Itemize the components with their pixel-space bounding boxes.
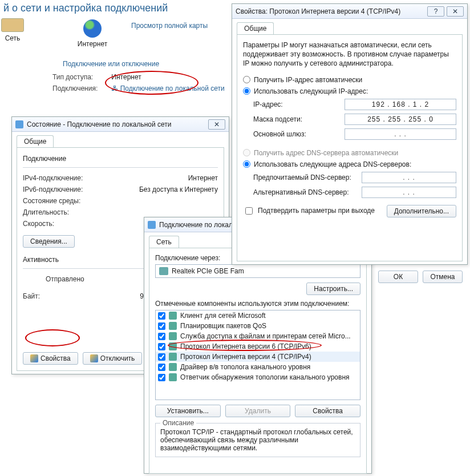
radio-auto-dns-label: Получить адрес DNS-сервера автоматически [254, 149, 398, 157]
component-checkbox[interactable] [158, 364, 165, 371]
component-properties-button[interactable]: Свойства [295, 405, 360, 417]
preferred-dns-label: Предпочитаемый DNS-сервер: [253, 174, 362, 181]
radio-manual-ip-label: Использовать следующий IP-адрес: [254, 87, 368, 95]
network-adapter-icon [148, 221, 156, 229]
ok-button[interactable]: ОК [378, 271, 418, 283]
subnet-mask-label: Маска подсети: [253, 115, 345, 123]
alt-dns-input[interactable]: . . . [362, 187, 456, 198]
preferred-dns-input[interactable]: . . . [362, 172, 456, 183]
component-checkbox[interactable] [158, 343, 165, 350]
radio-manual-ip[interactable] [243, 87, 250, 95]
page-title: й о сети и настройка подключений [3, 2, 168, 14]
gateway-label: Основной шлюз: [253, 130, 345, 138]
list-item: Клиент для сетей Microsoft [156, 310, 360, 321]
component-icon [169, 373, 177, 381]
alt-dns-label: Альтернативный DNS-сервер: [253, 188, 362, 196]
ipv6-value: Без доступа к Интернету [139, 185, 218, 193]
component-icon [169, 322, 177, 330]
uninstall-button: Удалить [225, 405, 291, 417]
ipv4-window-title: Свойства: Протокол Интернета версии 4 (T… [236, 7, 425, 15]
radio-manual-dns[interactable] [243, 160, 250, 168]
radio-manual-dns-label: Использовать следующие адреса DNS-сервер… [254, 160, 411, 168]
cancel-button[interactable]: Отмена [423, 271, 463, 283]
connect-disconnect-link[interactable]: Подключение или отключение [63, 60, 159, 68]
list-item-ipv4: Протокол Интернета версии 4 (TCP/IPv4) [156, 352, 360, 362]
list-item: Драйвер в/в тополога канального уровня [156, 362, 360, 372]
list-item: Протокол Интернета версии 6 (TCP/IPv6) [156, 341, 360, 352]
install-button[interactable]: Установить... [155, 405, 221, 417]
internet-icon [83, 19, 102, 38]
shield-icon [90, 354, 98, 362]
tab-network[interactable]: Сеть [149, 236, 179, 248]
speed-label: Скорость: [23, 220, 54, 228]
component-icon [169, 332, 177, 340]
shield-icon [30, 354, 38, 362]
list-item: Ответчик обнаружения топологии канальног… [156, 372, 360, 382]
radio-auto-ip[interactable] [243, 76, 250, 83]
ipv4-label: IPv4-подключение: [23, 174, 83, 182]
connections-label: Подключения: [52, 84, 110, 92]
tab-general[interactable]: Общие [237, 22, 274, 34]
component-checkbox[interactable] [158, 312, 165, 320]
nic-icon [159, 267, 168, 275]
media-state-label: Состояние среды: [23, 197, 80, 205]
radio-auto-ip-label: Получить IP-адрес автоматически [254, 76, 362, 84]
component-icon [169, 353, 177, 361]
ip-address-input[interactable]: 192 . 168 . 1 . 2 [345, 99, 456, 110]
component-icon [169, 363, 177, 371]
view-full-map-link[interactable]: Просмотр полной карты [131, 22, 208, 30]
gateway-input[interactable]: . . . [345, 128, 456, 140]
internet-label: Интернет [74, 40, 111, 48]
component-icon [169, 312, 177, 320]
access-type-value: Интернет [111, 73, 141, 81]
description-text: Протокол TCP/IP - стандартный протокол г… [160, 428, 355, 452]
duration-label: Длительность: [23, 208, 69, 216]
network-map-label: Сеть [0, 34, 25, 42]
ipv6-label: IPv6-подключение: [23, 185, 83, 193]
connection-group-label: Подключение [23, 155, 218, 163]
components-label: Отмеченные компоненты используются этим … [155, 300, 360, 308]
disable-button[interactable]: Отключить [83, 352, 143, 365]
components-list[interactable]: Клиент для сетей Microsoft Планировщик п… [155, 310, 360, 400]
sent-label: Отправлено [23, 275, 84, 285]
description-legend: Описание [160, 419, 196, 427]
bytes-label: Байт: [23, 292, 40, 300]
subnet-mask-input[interactable]: 255 . 255 . 255 . 0 [345, 114, 456, 125]
close-button[interactable]: ✕ [447, 6, 464, 17]
lan-connection-link[interactable]: Подключение по локальной сети [120, 84, 225, 92]
radio-auto-dns [243, 149, 250, 156]
status-window-title: Состояние - Подключение по локальной сет… [27, 120, 206, 128]
help-button[interactable]: ? [427, 6, 444, 17]
properties-button[interactable]: Свойства [23, 352, 78, 365]
list-item: Планировщик пакетов QoS [156, 321, 360, 331]
advanced-button[interactable]: Дополнительно... [387, 205, 456, 217]
tab-general[interactable]: Общие [17, 135, 54, 147]
network-adapter-icon [15, 120, 23, 128]
ipv4-value: Интернет [188, 174, 218, 182]
close-button[interactable]: ✕ [208, 119, 225, 130]
access-type-label: Тип доступа: [52, 73, 110, 81]
details-button[interactable]: Сведения... [23, 235, 75, 248]
component-checkbox[interactable] [158, 333, 165, 340]
component-checkbox[interactable] [158, 374, 165, 381]
network-map-icon [1, 18, 24, 32]
component-checkbox[interactable] [158, 322, 165, 330]
component-checkbox[interactable] [158, 353, 165, 361]
component-icon [169, 342, 177, 350]
ip-address-label: IP-адрес: [253, 100, 345, 108]
list-item: Служба доступа к файлам и принтерам сете… [156, 331, 360, 341]
ipv4-properties-window: Свойства: Протокол Интернета версии 4 (T… [232, 3, 468, 265]
ipv4-description: Параметры IP могут назначаться автоматич… [243, 41, 456, 68]
